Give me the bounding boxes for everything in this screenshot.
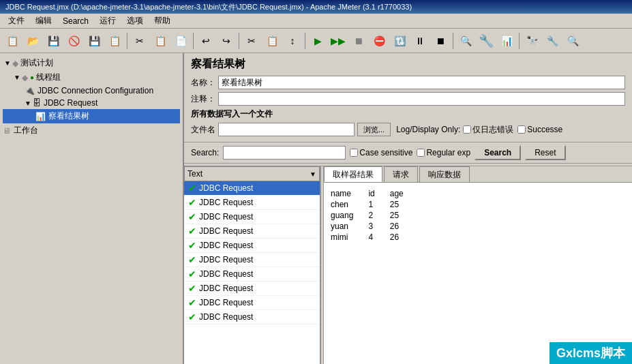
toolbar-stop-now[interactable]: ⛔ [370,31,389,50]
toolbar-expand[interactable]: ✂ [242,31,261,50]
tab-response[interactable]: 响应数据 [419,166,470,182]
tree-item-threadgroup[interactable]: ▼ ◆ ● 线程组 [3,70,180,85]
result-row-3[interactable]: ✔ JDBC Request [184,224,320,239]
result-label-4: JDBC Request [199,241,253,250]
browse-button[interactable]: 浏览... [357,123,391,136]
jdbc-request-icon: 🗄 [33,98,41,108]
toolbar-collapse[interactable]: 📋 [262,31,282,50]
menu-options[interactable]: 选项 [121,14,149,28]
success-icon-9: ✔ [188,312,196,322]
result-row-9[interactable]: ✔ JDBC Request [184,310,320,324]
toolbar-open[interactable]: 📂 [23,31,42,50]
result-row-7[interactable]: ✔ JDBC Request [184,282,320,296]
comment-label: 注释： [191,93,218,105]
col-age: age [389,188,417,199]
menu-file[interactable]: 文件 [3,14,30,28]
success-icon-4: ✔ [188,240,196,251]
table-row-3: mimi 4 26 [329,232,417,243]
table-row-1: guang 2 25 [329,210,417,221]
toolbar-template[interactable]: 📋 [105,31,124,50]
cell-2-2: 26 [389,221,417,232]
tree-label-jdbc-request: JDBC Request [44,98,97,108]
cell-1-1: 2 [367,210,388,221]
toolbar-pause[interactable]: ⏸ [410,31,430,50]
result-row-2[interactable]: ✔ JDBC Request [184,210,320,224]
menu-help[interactable]: 帮助 [149,14,176,28]
tab-sampler[interactable]: 取样器结果 [324,166,382,182]
result-label-9: JDBC Request [199,312,253,322]
toolbar-cut[interactable]: ✂ [130,31,149,50]
toolbar-run-all[interactable]: ▶▶ [329,31,348,50]
toolbar-sep4 [305,33,305,49]
toolbar-chart[interactable]: 📊 [497,31,516,50]
comment-input[interactable] [218,92,625,106]
tab-request[interactable]: 请求 [384,166,418,182]
search-button[interactable]: Search [475,145,521,160]
result-row-8[interactable]: ✔ JDBC Request [184,296,320,310]
menu-search[interactable]: Search [57,15,94,27]
only-errors-checkbox[interactable] [463,125,471,134]
pin-icon-testplan: ◆ [12,59,18,68]
toolbar-settings[interactable]: 🔧 [477,31,496,50]
toolbar-redo[interactable]: ↪ [217,31,236,50]
name-row: 名称： [191,76,625,89]
result-row-0[interactable]: ✔ JDBC Request [184,181,320,196]
right-panel: 察看结果树 名称： 注释： 所有数据写入一个文件 文件名 浏览... Log/D… [184,53,632,364]
toolbar-extra1[interactable]: 🔧 [543,31,562,50]
reset-button[interactable]: Reset [525,145,565,160]
expand-arrow-threadgroup: ▼ [14,74,20,81]
col-name: name [329,188,367,199]
tree-item-workbench[interactable]: 🖥 工作台 [3,123,180,138]
result-row-5[interactable]: ✔ JDBC Request [184,253,320,267]
title-text: JDBC Request.jmx (D:\apache-jmeter-3.1\a… [5,2,412,12]
toolbar-run[interactable]: ▶ [308,31,327,50]
case-sensitive-checkbox[interactable] [350,149,358,157]
result-row-4[interactable]: ✔ JDBC Request [184,239,320,253]
menu-run[interactable]: 运行 [94,14,121,28]
tree-item-results[interactable]: 📊 察看结果树 [3,109,180,123]
menu-edit[interactable]: 编辑 [30,14,57,28]
toolbar-extra2[interactable]: 🔍 [563,31,582,50]
success-checkbox[interactable] [517,125,526,134]
log-label: Log/Display Only: [396,125,460,134]
tree-item-jdbc-config[interactable]: 🔌 JDBC Connection Configuration [3,85,180,97]
cell-3-1: 4 [367,232,388,243]
leaf-icon-threadgroup: ● [30,74,34,81]
result-row-6[interactable]: ✔ JDBC Request [184,267,320,282]
toolbar-save2[interactable]: 💾 [85,31,104,50]
name-input[interactable] [218,76,625,89]
tree-label-threadgroup: 线程组 [36,72,61,83]
success-icon-7: ✔ [188,283,196,294]
watermark: Gxlcms脚本 [550,342,632,364]
result-label-5: JDBC Request [199,255,253,264]
success-icon-8: ✔ [188,297,196,308]
tree-label-workbench: 工作台 [14,125,38,136]
tree-item-testplan[interactable]: ▼ ◆ 测试计划 [3,56,180,70]
toolbar-clear[interactable]: ⏹ [431,31,450,50]
left-panel: ▼ ◆ 测试计划 ▼ ◆ ● 线程组 🔌 JDBC Connection Con… [0,53,184,364]
results-tree-icon: 📊 [35,112,46,121]
regular-exp-checkbox[interactable] [417,149,425,157]
toolbar-stop[interactable]: ⏹ [349,31,368,50]
toolbar-undo[interactable]: ↩ [196,31,215,50]
toolbar-paste[interactable]: 📄 [171,31,190,50]
toolbar-revert[interactable]: 🚫 [64,31,83,50]
toolbar-toggle[interactable]: ↕ [283,31,302,50]
toolbar-save[interactable]: 💾 [44,31,63,50]
toolbar-binoculars[interactable]: 🔭 [522,31,541,50]
tree-item-jdbc-request[interactable]: ▼ 🗄 JDBC Request [3,97,180,109]
toolbar-new[interactable]: 📋 [3,31,22,50]
toolbar-search[interactable]: 🔍 [456,31,475,50]
case-sensitive-label: Case sensitive [350,148,412,157]
file-input[interactable] [218,123,355,136]
dropdown-selected: Text [187,169,202,179]
panel-title: 察看结果树 [191,57,625,72]
toolbar-copy[interactable]: 📋 [151,31,170,50]
dropdown-header[interactable]: Text ▼ [184,166,320,181]
section-title: 所有数据写入一个文件 [191,108,625,120]
cell-1-2: 25 [389,210,417,221]
search-input[interactable] [223,146,346,160]
result-row-1[interactable]: ✔ JDBC Request [184,196,320,210]
cell-2-1: 3 [367,221,388,232]
toolbar-reset[interactable]: 🔃 [390,31,409,50]
